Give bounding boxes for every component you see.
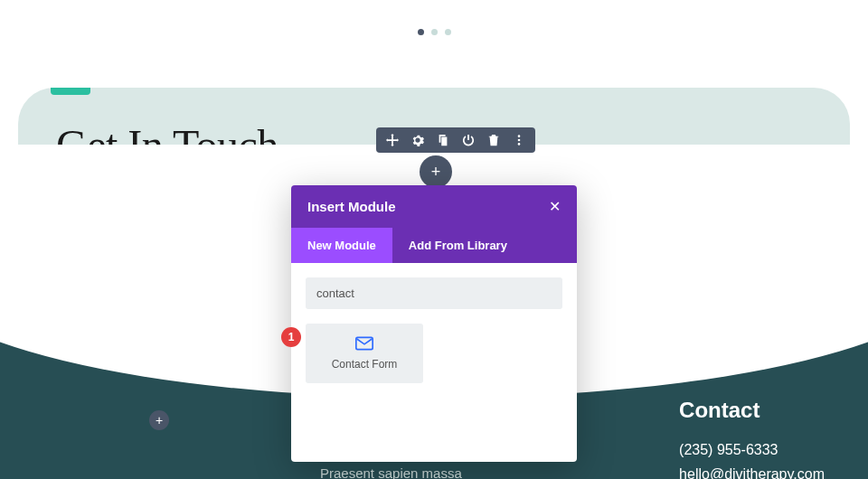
add-section-button[interactable]: + — [149, 410, 169, 430]
svg-point-1 — [518, 139, 521, 142]
modal-header: Insert Module ✕ — [291, 185, 577, 228]
more-icon[interactable] — [512, 133, 526, 147]
contact-block: Contact (235) 955-6333 hello@divitherapy… — [679, 398, 825, 479]
tab-new-module[interactable]: New Module — [291, 228, 392, 263]
annotation-badge-1: 1 — [281, 327, 301, 347]
hero-accent — [51, 88, 90, 95]
contact-phone: (235) 955-6333 — [679, 437, 825, 462]
footer-snippet: Praesent sapien massa — [320, 465, 462, 479]
duplicate-icon[interactable] — [436, 133, 450, 147]
plus-icon: + — [431, 163, 441, 182]
contact-email: hello@divitherapy.com — [679, 462, 825, 479]
modal-body: Contact Form — [291, 263, 577, 462]
module-label: Contact Form — [313, 358, 416, 371]
plus-icon: + — [156, 413, 163, 427]
tab-add-from-library[interactable]: Add From Library — [392, 228, 524, 263]
module-results: Contact Form — [306, 324, 562, 383]
power-icon[interactable] — [461, 133, 476, 147]
close-icon[interactable]: ✕ — [549, 198, 561, 215]
module-contact-form[interactable]: Contact Form — [306, 324, 423, 383]
svg-point-0 — [518, 135, 521, 137]
trash-icon[interactable] — [486, 133, 501, 147]
dot-2[interactable] — [431, 29, 438, 35]
mail-icon — [313, 336, 416, 354]
contact-heading: Contact — [679, 398, 825, 423]
dot-1[interactable] — [418, 29, 424, 35]
modal-title: Insert Module — [307, 199, 396, 214]
add-module-knob[interactable]: + — [420, 155, 452, 188]
module-toolbar — [376, 127, 535, 153]
dot-3[interactable] — [445, 29, 451, 35]
module-search-input[interactable] — [306, 277, 562, 309]
pager-dots — [0, 0, 868, 35]
move-icon[interactable] — [385, 133, 400, 147]
modal-tabs: New Module Add From Library — [291, 228, 577, 263]
gear-icon[interactable] — [410, 133, 425, 147]
svg-point-2 — [518, 143, 521, 146]
insert-module-modal: Insert Module ✕ New Module Add From Libr… — [291, 185, 577, 462]
